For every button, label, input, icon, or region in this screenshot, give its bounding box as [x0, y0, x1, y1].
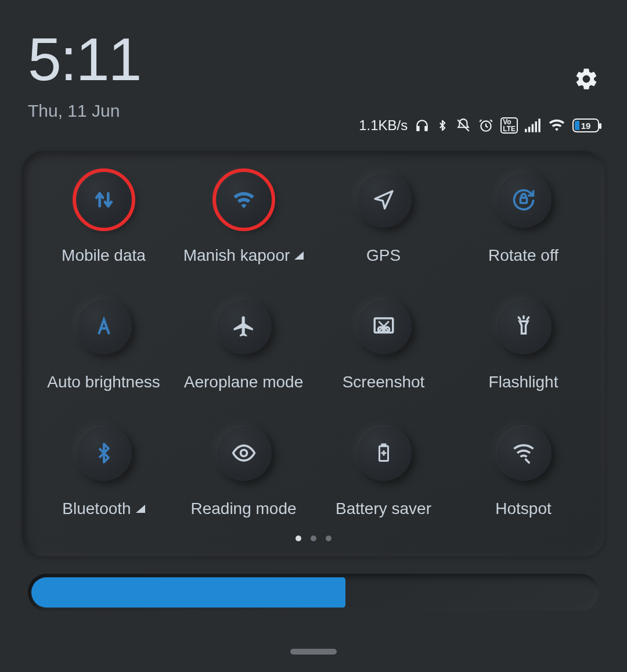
tile-label: Hotspot — [495, 499, 552, 518]
gesture-handle[interactable] — [290, 649, 337, 655]
tile-label: Reading mode — [190, 499, 296, 518]
auto-brightness-icon — [92, 315, 116, 338]
battery-indicator: 19 — [572, 118, 599, 132]
quick-settings-panel: Mobile data Manish kapoor GPS Rotate off — [22, 151, 605, 556]
signal-icon — [525, 118, 541, 132]
tile-label: Auto brightness — [47, 373, 160, 391]
eye-icon — [231, 440, 257, 466]
svg-rect-6 — [538, 118, 540, 132]
tile-battery-saver[interactable]: Battery saver — [314, 425, 453, 518]
expand-arrow-icon — [294, 251, 304, 260]
screenshot-icon — [372, 314, 396, 339]
mobile-data-icon — [91, 187, 117, 213]
tile-label: Screenshot — [343, 373, 425, 391]
tile-flashlight[interactable]: Flashlight — [453, 299, 593, 391]
volte-indicator: VoLTE — [500, 117, 518, 134]
page-dot-3 — [326, 536, 331, 541]
tile-label: GPS — [366, 246, 401, 265]
svg-rect-13 — [382, 444, 385, 446]
brightness-slider[interactable] — [28, 574, 599, 611]
page-dot-1 — [296, 536, 301, 541]
tile-mobile-data[interactable]: Mobile data — [34, 172, 174, 265]
tile-rotate[interactable]: Rotate off — [453, 172, 593, 265]
brightness-fill — [31, 577, 345, 608]
gear-icon — [574, 66, 599, 92]
bluetooth-icon — [93, 442, 115, 464]
tile-hotspot[interactable]: Hotspot — [453, 425, 593, 518]
tile-label: Flashlight — [489, 373, 558, 391]
svg-rect-3 — [528, 127, 531, 132]
mute-icon — [455, 118, 471, 133]
settings-button[interactable] — [574, 66, 599, 94]
page-indicator[interactable] — [34, 536, 593, 541]
tile-label: Battery saver — [336, 499, 431, 518]
tile-auto-brightness[interactable]: Auto brightness — [34, 299, 174, 391]
page-dot-2 — [311, 536, 316, 541]
tile-label: Bluetooth — [62, 499, 131, 518]
tile-reading-mode[interactable]: Reading mode — [174, 425, 314, 518]
alarm-icon — [478, 118, 493, 133]
aeroplane-icon — [232, 314, 256, 339]
clock-time: 5:11 — [28, 29, 140, 89]
tile-wifi[interactable]: Manish kapoor — [174, 172, 314, 265]
clock-date: Thu, 11 Jun — [28, 101, 140, 121]
tile-gps[interactable]: GPS — [314, 172, 453, 265]
rotate-lock-icon — [511, 187, 536, 213]
tile-label: Rotate off — [488, 246, 558, 265]
wifi-status-icon — [548, 118, 565, 132]
wifi-icon — [231, 187, 257, 213]
svg-rect-4 — [532, 124, 534, 132]
expand-arrow-icon — [136, 505, 145, 513]
network-speed: 1.1KB/s — [359, 117, 408, 134]
hotspot-icon — [511, 440, 536, 466]
gps-icon — [372, 188, 395, 211]
svg-rect-5 — [535, 121, 538, 132]
tile-aeroplane[interactable]: Aeroplane mode — [174, 299, 314, 391]
battery-plus-icon — [373, 441, 394, 465]
tile-bluetooth[interactable]: Bluetooth — [34, 425, 174, 518]
statusbar: 1.1KB/s VoLTE 19 — [359, 117, 599, 134]
headphones-icon — [415, 118, 430, 133]
tile-label: Mobile data — [62, 246, 146, 265]
tile-label: Manish kapoor — [183, 246, 290, 265]
flashlight-icon — [511, 314, 536, 339]
svg-rect-7 — [520, 197, 527, 203]
bluetooth-status-icon — [437, 118, 448, 133]
tile-screenshot[interactable]: Screenshot — [314, 299, 453, 391]
tile-label: Aeroplane mode — [184, 373, 303, 391]
svg-rect-2 — [525, 129, 527, 132]
svg-point-11 — [240, 450, 247, 457]
